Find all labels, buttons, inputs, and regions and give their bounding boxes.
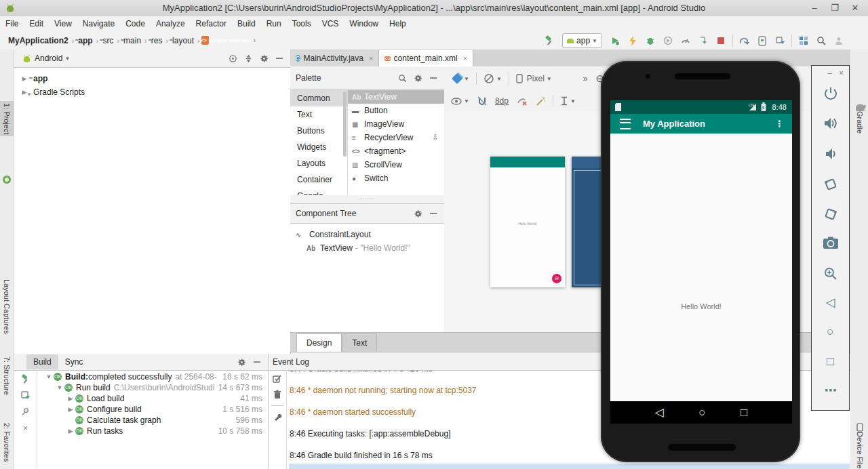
close-tab-icon[interactable]: × [369,54,373,62]
design-surface-mode-icon[interactable]: ▼ [452,74,469,83]
breadcrumb-item[interactable]: main › [121,36,147,45]
project-view-selector[interactable]: Android [35,54,62,63]
close-tab-icon[interactable]: × [463,54,467,62]
palette-category[interactable]: Text [290,106,347,123]
rotate-left-icon[interactable] [812,177,849,192]
component-tree-row[interactable]: Ab TextView - "Hello World!" [290,241,444,255]
menu-item[interactable]: Analyze [151,16,191,31]
breadcrumb-item[interactable]: src › [100,36,119,45]
window-maximize-button[interactable]: ❐ [825,1,845,16]
default-margin-value[interactable]: 8dp [495,96,509,106]
palette-category[interactable]: Common [290,90,347,106]
menu-item[interactable]: View [49,16,77,31]
project-structure-icon[interactable] [795,33,812,49]
window-close-button[interactable]: ✕ [845,1,865,16]
wrench-icon[interactable] [273,412,282,421]
emulator-minimize-button[interactable]: – [827,68,832,78]
tool-window-button[interactable]: Layout Captures [0,277,14,336]
preview-fab[interactable]: ✉ [552,274,561,283]
breadcrumb-item[interactable]: MyApplication2 › [5,36,74,45]
more-icon[interactable]: ⋯ [812,383,849,398]
gear-icon[interactable] [414,209,422,218]
menu-item[interactable]: Navigate [77,16,120,31]
palette-item[interactable]: ▥ ScrollView [348,158,444,171]
palette-category[interactable]: Buttons [290,123,347,139]
nav-home-button[interactable]: ○ [698,406,705,420]
power-icon[interactable] [812,86,849,101]
zoom-icon[interactable] [812,266,849,281]
user-avatar-icon[interactable] [831,33,847,49]
clear-constraints-icon[interactable] [517,96,528,106]
close-icon[interactable]: × [23,423,28,433]
menu-item[interactable]: Code [120,16,151,31]
hide-panel-icon[interactable] [253,358,261,366]
build-output-row[interactable]: ▶ OK Load build 41 ms [39,393,267,404]
search-icon[interactable] [398,74,407,83]
pack-align-icon[interactable]: ▼ [560,96,576,106]
restart-build-icon[interactable] [21,391,31,401]
back-icon[interactable]: ◁ [812,295,849,310]
build-panel-tab[interactable]: Sync [58,354,90,369]
build-output-row[interactable]: ▶ OK Configure build 1 s 516 ms [39,404,267,415]
menu-item[interactable]: Run [261,16,287,31]
apply-changes-icon[interactable] [625,33,641,49]
tool-window-button-device-file-explorer[interactable]: Device File Expl [852,421,868,469]
build-output-row[interactable]: ▶ OK Run tasks 10 s 758 ms [39,426,267,436]
search-everywhere-icon[interactable] [813,33,829,49]
hide-panel-icon[interactable] [275,54,283,62]
build-panel-tab[interactable]: Build [26,354,58,369]
palette-item[interactable]: <> <fragment> [348,144,444,158]
sdk-manager-icon[interactable] [772,33,788,49]
palette-category[interactable]: Layouts [290,155,347,171]
editor-mode-tab[interactable]: Design [296,333,342,352]
orientation-icon[interactable]: ▼ [484,73,502,84]
tool-window-button-gradle[interactable]: Gradle [852,102,868,136]
gradle-sync-icon[interactable] [736,33,753,49]
hamburger-menu-icon[interactable] [620,119,631,129]
palette-item[interactable]: ● Switch [348,171,444,185]
palette-item[interactable]: Ab TextView [348,90,444,104]
editor-tab[interactable]: <> content_main.xml × [379,50,473,66]
gear-icon[interactable] [260,54,269,63]
debug-icon[interactable] [642,33,658,49]
design-preview[interactable]: Hello World! ✉ [490,157,565,287]
screenshot-camera-icon[interactable] [812,237,849,249]
device-select[interactable]: Pixel▼ [527,74,552,83]
breadcrumb-item[interactable]: <> content_main.xml › [201,36,209,45]
menu-item[interactable]: File [0,16,24,31]
palette-category[interactable]: Container [290,171,347,188]
volume-up-icon[interactable] [812,117,849,129]
project-tree-row[interactable]: ▶ Gradle Scripts [14,85,290,99]
breadcrumb-item[interactable]: res › [149,36,168,45]
palette-item[interactable]: ≡ RecyclerView ⇩ [348,131,444,144]
build-output-row[interactable]: ▼ OK Build: completed successfully at 25… [39,371,267,382]
palette-item[interactable]: ▦ ImageView [348,117,444,131]
hide-panel-icon[interactable] [429,74,437,82]
home-icon[interactable]: ○ [812,325,849,339]
run-icon[interactable] [607,33,623,49]
overview-icon[interactable]: □ [812,354,849,369]
filter-check-icon[interactable] [273,374,282,384]
tool-window-button[interactable]: 2: Favorites [0,421,14,464]
menu-item[interactable]: Tools [287,16,317,31]
run-with-coverage-icon[interactable] [660,33,676,49]
infer-constraints-wand-icon[interactable] [536,96,546,106]
palette-category[interactable]: Widgets [290,139,347,155]
menu-item[interactable]: Refactor [191,16,232,31]
editor-mode-tab[interactable]: Text [342,333,377,352]
trash-icon[interactable] [273,390,281,399]
nav-back-button[interactable]: ◁ [655,405,664,420]
avd-manager-icon[interactable] [754,33,770,49]
tool-window-button[interactable]: 1: Project [0,101,14,136]
build-output-row[interactable]: OK Calculate task graph 596 ms [39,415,267,426]
menu-item[interactable]: Help [384,16,412,31]
menu-item[interactable]: Build [232,16,261,31]
window-minimize-button[interactable]: – [804,1,825,16]
autoconnect-magnet-icon[interactable] [477,96,487,106]
gear-icon[interactable] [237,358,246,367]
menu-item[interactable]: Window [344,16,384,31]
panel-splitter[interactable]: ······ [290,195,445,203]
breadcrumb-item[interactable]: app › [75,36,98,45]
palette-item[interactable]: ▬ Button [348,104,444,117]
component-tree-row[interactable]: ∿ ConstraintLayout [290,228,444,241]
